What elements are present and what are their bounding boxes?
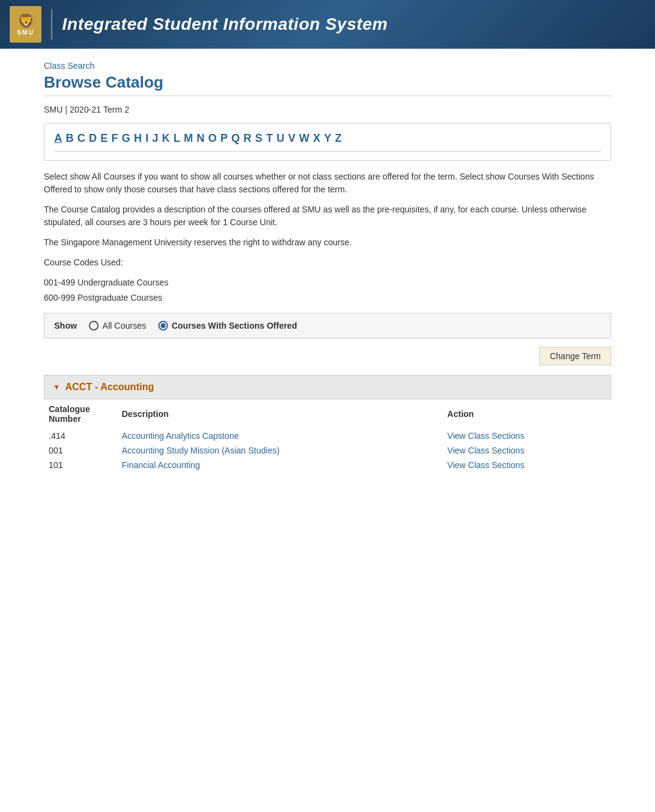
alpha-letter-y[interactable]: Y: [324, 132, 331, 145]
col-action: Action: [443, 399, 611, 429]
page-header: 🦁 SMU Integrated Student Information Sys…: [0, 0, 655, 49]
course-action[interactable]: View Class Sections: [443, 458, 611, 472]
breadcrumb-link[interactable]: Class Search: [44, 61, 94, 71]
alpha-letter-j[interactable]: J: [152, 132, 158, 145]
alpha-letter-b[interactable]: B: [66, 132, 74, 145]
desc-para3: The Singapore Management University rese…: [44, 236, 611, 249]
catalogue-number: 101: [44, 458, 117, 472]
alpha-letter-m[interactable]: M: [184, 132, 193, 145]
alpha-letter-n[interactable]: N: [197, 132, 205, 145]
course-link[interactable]: Accounting Study Mission (Asian Studies): [122, 446, 279, 455]
desc-para4: Course Codes Used:: [44, 256, 611, 269]
view-class-sections-link[interactable]: View Class Sections: [447, 431, 525, 441]
sections-offered-radio[interactable]: [158, 321, 168, 331]
alpha-letter-d[interactable]: D: [89, 132, 97, 145]
alphabet-box: ABCDEFGHIJKLMNOPQRSTUVWXYZ: [44, 123, 611, 161]
course-description[interactable]: Financial Accounting: [117, 458, 443, 472]
show-label: Show: [54, 321, 77, 331]
table-row: 001 Accounting Study Mission (Asian Stud…: [44, 443, 611, 458]
course-link[interactable]: Financial Accounting: [122, 460, 200, 470]
table-row: .414 Accounting Analytics Capstone View …: [44, 429, 611, 443]
course-action[interactable]: View Class Sections: [443, 429, 611, 443]
alpha-letter-w[interactable]: W: [299, 132, 309, 145]
alphabet-row: ABCDEFGHIJKLMNOPQRSTUVWXYZ: [54, 132, 601, 145]
all-courses-label: All Courses: [102, 321, 146, 331]
alpha-letter-r[interactable]: R: [243, 132, 251, 145]
table-row: 101 Financial Accounting View Class Sect…: [44, 458, 611, 472]
course-description[interactable]: Accounting Study Mission (Asian Studies): [117, 443, 443, 458]
system-title: Integrated Student Information System: [62, 15, 388, 34]
alpha-letter-z[interactable]: Z: [335, 132, 342, 145]
logo-smu-text: SMU: [17, 29, 34, 36]
alpha-letter-v[interactable]: V: [288, 132, 295, 145]
col-catalogue-number: CatalogueNumber: [44, 399, 117, 429]
alpha-letter-i[interactable]: I: [145, 132, 149, 145]
alpha-letter-s[interactable]: S: [255, 132, 262, 145]
desc-para2: The Course Catalog provides a descriptio…: [44, 203, 611, 229]
alpha-letter-x[interactable]: X: [313, 132, 320, 145]
alpha-letter-t[interactable]: T: [266, 132, 273, 145]
page-title: Browse Catalog: [44, 73, 611, 96]
change-term-row: Change Term: [44, 347, 611, 365]
section-collapse-icon[interactable]: ▼: [53, 383, 60, 391]
main-content: Class Search Browse Catalog SMU | 2020-2…: [29, 49, 626, 485]
breadcrumb[interactable]: Class Search: [44, 61, 611, 71]
term-label: SMU | 2020-21 Term 2: [44, 105, 611, 114]
alpha-letter-q[interactable]: Q: [231, 132, 240, 145]
catalogue-number: 001: [44, 443, 117, 458]
alpha-letter-h[interactable]: H: [134, 132, 142, 145]
section-title: ACCT - Accounting: [65, 382, 154, 393]
show-panel: Show All Courses Courses With Sections O…: [44, 313, 611, 338]
course-table: CatalogueNumber Description Action .414 …: [44, 399, 611, 472]
alpha-letter-f[interactable]: F: [111, 132, 118, 145]
alpha-letter-u[interactable]: U: [276, 132, 284, 145]
all-courses-radio[interactable]: [89, 321, 99, 331]
course-code2: 600-999 Postgraduate Courses: [44, 292, 611, 304]
alpha-letter-g[interactable]: G: [122, 132, 130, 145]
all-courses-option[interactable]: All Courses: [89, 321, 146, 331]
acct-section-header: ▼ ACCT - Accounting: [44, 375, 611, 399]
course-action[interactable]: View Class Sections: [443, 443, 611, 458]
alpha-letter-o[interactable]: O: [208, 132, 217, 145]
alpha-letter-l[interactable]: L: [173, 132, 180, 145]
change-term-button[interactable]: Change Term: [539, 347, 611, 365]
alpha-letter-p[interactable]: P: [220, 132, 228, 145]
description-section: Select show All Courses if you want to s…: [44, 170, 611, 304]
logo-lion-icon: 🦁: [18, 13, 34, 29]
course-link[interactable]: Accounting Analytics Capstone: [122, 431, 239, 441]
view-class-sections-link[interactable]: View Class Sections: [447, 460, 525, 470]
logo-container: 🦁 SMU: [10, 6, 41, 43]
alpha-letter-e[interactable]: E: [100, 132, 108, 145]
sections-offered-option[interactable]: Courses With Sections Offered: [158, 321, 297, 331]
alpha-letter-k[interactable]: K: [162, 132, 170, 145]
sections-offered-label: Courses With Sections Offered: [172, 321, 297, 331]
course-code1: 001-499 Undergraduate Courses: [44, 276, 611, 289]
smu-logo: 🦁 SMU: [10, 6, 41, 43]
col-description: Description: [117, 399, 443, 429]
alpha-letter-a[interactable]: A: [54, 132, 62, 145]
course-description[interactable]: Accounting Analytics Capstone: [117, 429, 443, 443]
catalogue-number: .414: [44, 429, 117, 443]
desc-para1: Select show All Courses if you want to s…: [44, 170, 611, 196]
header-divider: [51, 9, 52, 40]
view-class-sections-link[interactable]: View Class Sections: [447, 446, 525, 455]
alpha-separator: [54, 151, 601, 152]
alpha-letter-c[interactable]: C: [77, 132, 85, 145]
